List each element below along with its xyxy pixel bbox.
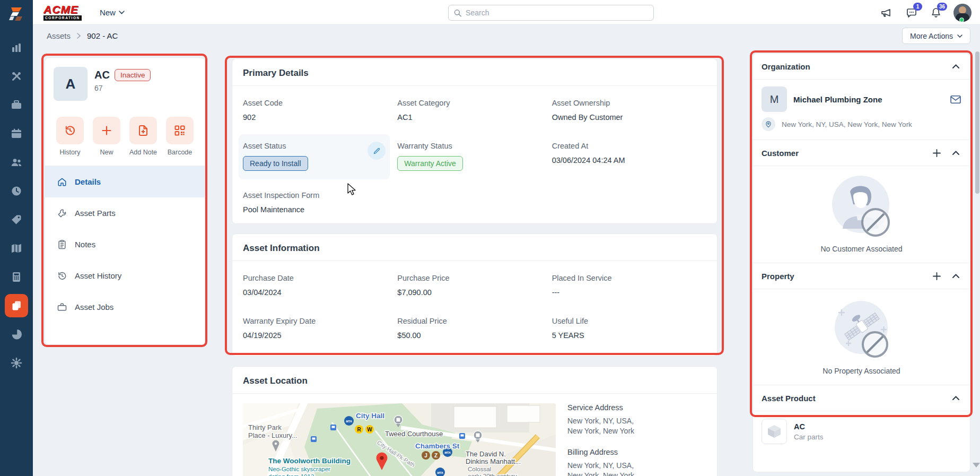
history-button[interactable]: History — [54, 117, 86, 156]
clock-icon[interactable] — [5, 179, 28, 203]
new-dropdown-label: New — [100, 8, 116, 17]
breadcrumb-bar: Assets 902 - AC More Actions — [33, 25, 980, 47]
collapse-organization-button[interactable] — [950, 60, 961, 72]
breadcrumb: Assets 902 - AC — [47, 31, 118, 40]
assets-icon[interactable] — [5, 294, 28, 317]
plus-icon — [933, 272, 941, 280]
svg-text:R: R — [357, 427, 361, 432]
menu-item-details[interactable]: Details — [45, 166, 205, 197]
new-dropdown[interactable]: New — [100, 8, 125, 17]
edit-status-button[interactable] — [368, 142, 386, 160]
briefcase-icon — [57, 302, 67, 313]
field-placed-in-service: Placed In Service --- — [552, 274, 706, 297]
global-search[interactable] — [448, 5, 654, 21]
asset-code-number: 67 — [94, 84, 151, 92]
app-window: ACME CORPORATION New 1 36 — [0, 0, 980, 476]
search-input[interactable] — [466, 8, 648, 17]
calendar-icon[interactable] — [5, 122, 28, 145]
customer-section-header: Customer — [753, 140, 970, 166]
chevron-down-icon — [957, 34, 962, 38]
no-property-text: No Property Associated — [822, 367, 900, 375]
add-note-button[interactable]: Add Note — [127, 117, 160, 156]
more-actions-button[interactable]: More Actions — [902, 28, 970, 44]
asset-status-badge: Inactive — [115, 69, 151, 81]
warranty-status-chip: Warranty Active — [397, 156, 463, 171]
calculator-icon[interactable] — [5, 265, 28, 289]
menu-item-asset-parts[interactable]: Asset Parts — [45, 197, 205, 229]
field-asset-category: Asset Category AC1 — [397, 99, 552, 122]
chat-icon[interactable]: 1 — [904, 5, 918, 20]
field-warranty-status: Warranty Status Warranty Active — [397, 142, 552, 171]
primary-details-title: Primary Details — [232, 59, 717, 85]
field-inspection-form: Asset Inspection Form Pool Maintenance — [243, 191, 397, 214]
acme-logo-text: ACME — [43, 4, 82, 15]
wrench-icon — [57, 208, 67, 219]
new-button[interactable]: New — [90, 117, 123, 156]
menu-item-asset-jobs[interactable]: Asset Jobs — [45, 291, 205, 323]
map-label: dating from 1913 — [268, 473, 314, 476]
bus-stop-icon — [311, 436, 317, 442]
collapse-asset-product-button[interactable] — [950, 392, 961, 404]
subway-z-icon: Z — [432, 451, 440, 460]
bell-badge: 36 — [937, 3, 947, 11]
field-warranty-expiry: Warranty Expiry Date 04/19/2025 — [243, 317, 397, 340]
asset-status-chip[interactable]: Ready to Install — [243, 156, 308, 171]
pie-chart-icon[interactable] — [5, 323, 28, 346]
barcode-button[interactable]: Barcode — [163, 117, 196, 156]
map-label: City Hall — [356, 412, 384, 420]
collapse-property-button[interactable] — [950, 270, 961, 282]
field-residual-price: Residual Price $50.00 — [397, 317, 552, 340]
history-icon — [56, 117, 84, 144]
asset-location-title: Asset Location — [232, 367, 717, 393]
pencil-icon — [373, 147, 381, 155]
collapse-customer-button[interactable] — [950, 147, 961, 159]
megaphone-icon[interactable] — [879, 5, 894, 20]
breadcrumb-current: 902 - AC — [87, 31, 118, 40]
map-label: Thirty Park — [248, 423, 282, 431]
asset-information-title: Asset Information — [232, 234, 717, 261]
field-asset-status: Asset Status Ready to Install — [239, 134, 390, 179]
svg-text:MTA: MTA — [346, 420, 352, 423]
plus-icon — [933, 149, 941, 157]
menu-item-asset-history[interactable]: Asset History — [45, 260, 205, 291]
chevron-up-icon — [952, 274, 959, 278]
bus-stop-icon — [330, 425, 336, 430]
location-addresses: Service Address New York, NY, USA, New Y… — [567, 403, 634, 476]
avatar-photo — [959, 6, 966, 14]
asset-information-card: Asset Information Purchase Date 03/04/20… — [232, 233, 718, 357]
main-sidebar — [0, 0, 33, 476]
breadcrumb-assets[interactable]: Assets — [47, 31, 71, 40]
organization-name: Michael Plumbing Zone — [793, 95, 936, 104]
topbar: ACME CORPORATION New 1 36 — [33, 0, 980, 25]
add-property-button[interactable] — [931, 270, 942, 282]
organization-address: New York, NY, USA, New York, New York — [782, 120, 912, 128]
menu-item-notes[interactable]: Notes — [45, 229, 205, 260]
field-asset-ownership: Asset Ownership Owned By Customer — [552, 99, 706, 122]
map-label: The Woolworth Building — [268, 457, 351, 465]
svg-text:MTA: MTA — [437, 471, 443, 474]
asset-product-row[interactable]: AC Car parts — [753, 411, 970, 452]
location-map[interactable]: MTA R W J Z MTA MTA Thirty Park Place - … — [243, 403, 556, 476]
online-status-dot — [959, 18, 964, 22]
map-icon[interactable] — [5, 237, 28, 260]
asset-product-section-header: Asset Product — [753, 385, 970, 411]
briefcase-icon[interactable] — [5, 93, 28, 117]
dashboard-icon[interactable] — [5, 36, 28, 59]
asset-avatar: A — [54, 67, 88, 101]
scrollbar-thumb[interactable] — [975, 51, 979, 194]
field-asset-code: Asset Code 902 — [243, 99, 397, 122]
map-label: Colossal — [468, 466, 491, 472]
add-customer-button[interactable] — [931, 147, 942, 159]
scroll-down-arrow[interactable] — [973, 463, 980, 468]
map-label: Neo-Gothic skyscraper — [268, 466, 330, 472]
tools-icon[interactable] — [5, 65, 28, 88]
history-icon — [57, 271, 67, 281]
tag-icon[interactable] — [5, 208, 28, 231]
zuper-logo[interactable] — [0, 0, 33, 29]
bell-icon[interactable]: 36 — [929, 5, 943, 20]
add-note-icon — [129, 117, 157, 144]
settings-icon[interactable] — [5, 351, 28, 375]
acme-logo[interactable]: ACME CORPORATION — [43, 4, 82, 21]
email-organization-button[interactable] — [950, 93, 961, 105]
users-icon[interactable] — [5, 151, 28, 174]
